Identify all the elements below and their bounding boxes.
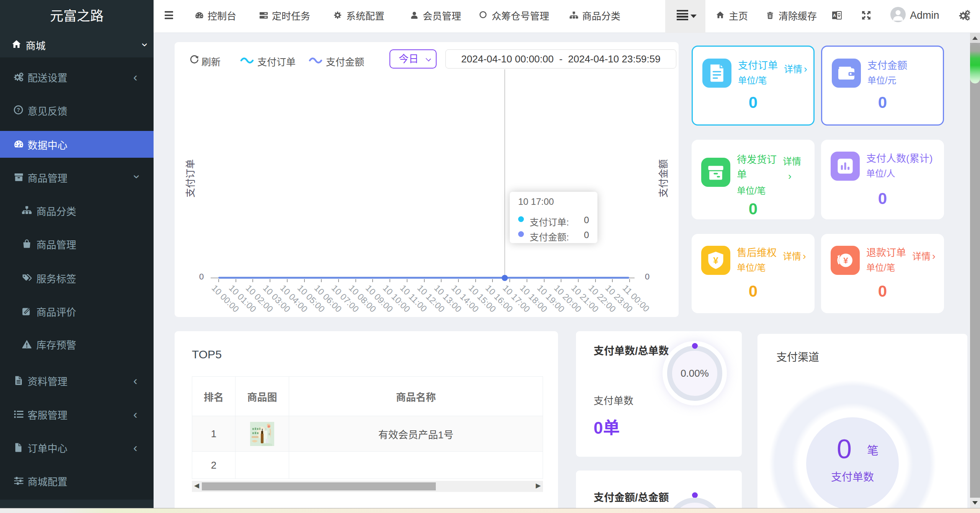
- svg-text:?: ?: [17, 107, 20, 113]
- svg-text:¥: ¥: [713, 255, 718, 266]
- svg-text:A: A: [833, 13, 836, 18]
- svg-text:¥: ¥: [843, 256, 848, 265]
